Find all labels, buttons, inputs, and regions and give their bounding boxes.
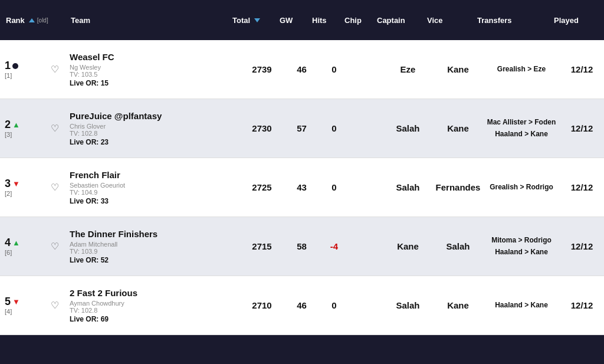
rank-number: 3 ▼ bbox=[5, 178, 20, 190]
team-live-or: Live OR: 69 bbox=[70, 315, 234, 323]
hits-label: Hits bbox=[312, 16, 327, 25]
rank-sort-icon bbox=[29, 18, 35, 22]
rank-old: [3] bbox=[5, 131, 12, 138]
table-row: 4 ▲ [6] ♡ The Dinner Finishers Adam Mitc… bbox=[0, 217, 604, 276]
row-gw: 46 bbox=[285, 276, 318, 335]
row-captain: Salah bbox=[383, 276, 433, 335]
row-played: 12/12 bbox=[560, 99, 604, 158]
row-played: 12/12 bbox=[560, 276, 604, 335]
row-transfers: Grealish > Rodrigo bbox=[483, 158, 560, 217]
row-gw: 58 bbox=[285, 217, 318, 276]
row-hits: 0 bbox=[318, 158, 350, 217]
heart-icon[interactable]: ♡ bbox=[51, 182, 59, 193]
header-captain[interactable]: Captain bbox=[377, 16, 427, 25]
team-manager: Ayman Chowdhury bbox=[70, 300, 234, 307]
row-captain: Salah bbox=[383, 158, 433, 217]
rank-old: [2] bbox=[5, 190, 12, 197]
row-played: 12/12 bbox=[560, 217, 604, 276]
row-vice: Salah bbox=[433, 217, 483, 276]
team-tv: TV: 103.9 bbox=[70, 248, 234, 255]
rank-value: 1 bbox=[5, 60, 11, 72]
row-chip bbox=[350, 276, 383, 335]
row-favorite[interactable]: ♡ bbox=[44, 99, 65, 158]
header-vice[interactable]: Vice bbox=[427, 16, 477, 25]
row-chip bbox=[350, 40, 383, 99]
team-manager: Ng Wesley bbox=[70, 64, 234, 71]
gw-label: GW bbox=[280, 16, 293, 25]
table-row: 1 [1] ♡ Weasel FC Ng Wesley TV: 103.5 Li… bbox=[0, 40, 604, 99]
rank-number: 1 bbox=[5, 60, 18, 72]
row-gw: 57 bbox=[285, 99, 318, 158]
row-rank: 2 ▲ [3] bbox=[0, 99, 44, 158]
rows-container: 1 [1] ♡ Weasel FC Ng Wesley TV: 103.5 Li… bbox=[0, 40, 604, 335]
heart-icon[interactable]: ♡ bbox=[51, 64, 59, 75]
row-chip bbox=[350, 217, 383, 276]
header-chip[interactable]: Chip bbox=[344, 16, 377, 25]
row-team-info: The Dinner Finishers Adam Mitchenall TV:… bbox=[65, 217, 238, 276]
trend-down-icon: ▼ bbox=[12, 297, 20, 306]
rank-old: [4] bbox=[5, 308, 12, 315]
row-hits: 0 bbox=[318, 276, 350, 335]
row-vice: Fernandes bbox=[433, 158, 483, 217]
row-rank: 5 ▼ [4] bbox=[0, 276, 44, 335]
row-favorite[interactable]: ♡ bbox=[44, 40, 65, 99]
row-vice: Kane bbox=[433, 276, 483, 335]
row-captain: Eze bbox=[383, 40, 433, 99]
row-transfers: Haaland > Kane bbox=[483, 276, 560, 335]
row-gw: 43 bbox=[285, 158, 318, 217]
row-hits: -4 bbox=[318, 217, 350, 276]
team-name: The Dinner Finishers bbox=[70, 229, 234, 239]
table-row: 2 ▲ [3] ♡ PureJuice @plfantasy Chris Glo… bbox=[0, 99, 604, 158]
header-transfers[interactable]: Transfers bbox=[477, 16, 554, 25]
row-favorite[interactable]: ♡ bbox=[44, 158, 65, 217]
header-played[interactable]: Played bbox=[554, 16, 598, 25]
row-team-info: French Flair Sebastien Goeuriot TV: 104.… bbox=[65, 158, 238, 217]
rank-number: 2 ▲ bbox=[5, 119, 20, 131]
row-favorite[interactable]: ♡ bbox=[44, 217, 65, 276]
team-name: French Flair bbox=[70, 170, 234, 180]
row-total: 2739 bbox=[238, 40, 285, 99]
rank-old-label: [old] bbox=[37, 17, 48, 24]
trend-down-icon: ▼ bbox=[12, 179, 20, 188]
team-manager: Sebastien Goeuriot bbox=[70, 182, 234, 189]
header-rank[interactable]: Rank [old] bbox=[6, 16, 50, 25]
chip-label: Chip bbox=[344, 16, 362, 25]
row-rank: 3 ▼ [2] bbox=[0, 158, 44, 217]
heart-icon[interactable]: ♡ bbox=[51, 300, 59, 311]
row-transfers: Grealish > Eze bbox=[483, 40, 560, 99]
team-live-or: Live OR: 33 bbox=[70, 197, 234, 205]
rank-number: 5 ▼ bbox=[5, 296, 20, 308]
row-rank: 4 ▲ [6] bbox=[0, 217, 44, 276]
row-hits: 0 bbox=[318, 99, 350, 158]
rank-label: Rank bbox=[6, 16, 25, 25]
heart-icon[interactable]: ♡ bbox=[51, 123, 59, 134]
team-manager: Adam Mitchenall bbox=[70, 241, 234, 248]
row-favorite[interactable]: ♡ bbox=[44, 276, 65, 335]
header-gw[interactable]: GW bbox=[280, 16, 312, 25]
row-team-info: Weasel FC Ng Wesley TV: 103.5 Live OR: 1… bbox=[65, 40, 238, 99]
vice-label: Vice bbox=[427, 16, 443, 25]
played-label: Played bbox=[554, 16, 579, 25]
header-team: Team bbox=[71, 16, 232, 25]
row-hits: 0 bbox=[318, 40, 350, 99]
header-total[interactable]: Total bbox=[232, 16, 280, 25]
team-name: PureJuice @plfantasy bbox=[70, 111, 234, 121]
team-tv: TV: 103.5 bbox=[70, 71, 234, 78]
team-tv: TV: 102.8 bbox=[70, 130, 234, 137]
total-sort-icon bbox=[254, 18, 260, 22]
table-row: 5 ▼ [4] ♡ 2 Fast 2 Furious Ayman Chowdhu… bbox=[0, 276, 604, 335]
team-name: 2 Fast 2 Furious bbox=[70, 288, 234, 298]
row-played: 12/12 bbox=[560, 158, 604, 217]
team-live-or: Live OR: 52 bbox=[70, 256, 234, 264]
row-chip bbox=[350, 99, 383, 158]
rank-value: 2 bbox=[5, 119, 11, 131]
table-header: Rank [old] Team Total GW Hits Chip Capta… bbox=[0, 0, 604, 40]
team-tv: TV: 104.9 bbox=[70, 189, 234, 196]
rank-value: 4 bbox=[5, 237, 11, 249]
team-label: Team bbox=[71, 16, 90, 25]
header-hits[interactable]: Hits bbox=[312, 16, 344, 25]
row-captain: Kane bbox=[383, 217, 433, 276]
row-total: 2725 bbox=[238, 158, 285, 217]
heart-icon[interactable]: ♡ bbox=[51, 241, 59, 252]
trend-up-icon: ▲ bbox=[12, 120, 20, 129]
